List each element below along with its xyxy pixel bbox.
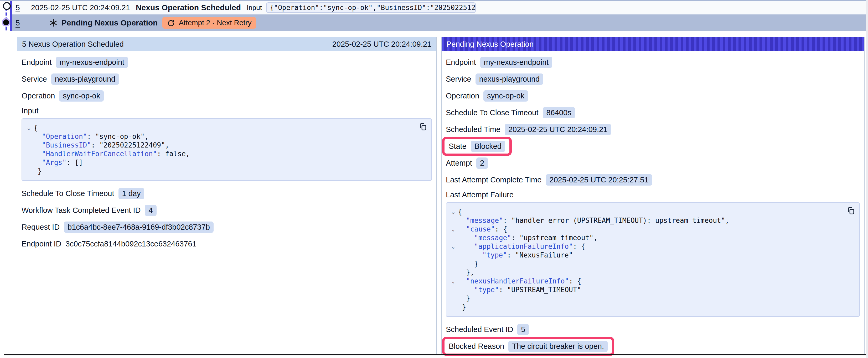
field-label: Schedule To Close Timeout — [22, 189, 114, 198]
failure-section-label: Last Attempt Failure — [446, 189, 860, 201]
field-label: Service — [22, 75, 47, 84]
collapse-chevron-icon[interactable]: ⌄ — [448, 225, 458, 234]
field-value-badge: 1 day — [119, 188, 145, 199]
detail-field-row: Endpointmy-nexus-endpoint — [446, 54, 860, 71]
code-line: ⌄"applicationFailureInfo": { — [448, 242, 855, 251]
detail-field-row: Request IDb1c6a4bc-8ee7-468a-9169-df3b02… — [22, 219, 432, 235]
event-name: Nexus Operation Scheduled — [136, 3, 241, 12]
field-value-badge: 2025-02-25 UTC 20:24:09.21 — [505, 124, 611, 135]
field-label: Endpoint — [446, 58, 476, 67]
event-row-pending[interactable]: 5 Pending Nexus Operation Attempt 2 · Ne… — [12, 14, 866, 31]
field-label: Scheduled Event ID — [446, 325, 513, 334]
field-label: Endpoint ID — [22, 240, 61, 248]
code-line: "type": "NexusFailure" — [448, 251, 855, 260]
code-text: "applicationFailureInfo": { — [458, 242, 585, 251]
input-label: Input — [247, 4, 262, 12]
code-text: } — [458, 260, 478, 268]
code-text: } — [458, 294, 470, 303]
field-label: Blocked Reason — [449, 342, 504, 351]
code-line: } — [448, 260, 855, 268]
highlight-annotation-box: StateBlocked — [442, 137, 512, 156]
detail-field-row: Servicenexus-playground — [22, 71, 432, 88]
code-gutter — [448, 268, 458, 277]
event-name: Pending Nexus Operation — [61, 19, 158, 27]
code-gutter — [448, 286, 458, 294]
collapse-chevron-icon[interactable]: ⌄ — [448, 277, 458, 286]
detail-field-row: Workflow Task Completed Event ID4 — [22, 202, 432, 219]
field-value-badge: my-nexus-endpoint — [480, 57, 553, 68]
workflow-history-screen: 5 2025-02-25 UTC 20:24:09.21 Nexus Opera… — [0, 0, 868, 358]
code-text: "nexusHandlerFailureInfo": { — [458, 277, 581, 286]
event-timestamp: 2025-02-25 UTC 20:24:09.21 — [31, 3, 130, 12]
detail-field-row: Scheduled Time2025-02-25 UTC 20:24:09.21 — [446, 121, 860, 138]
panel-body: Endpointmy-nexus-endpointServicenexus-pl… — [442, 51, 864, 355]
code-text: "BusinessID": "20250225122409", — [34, 141, 169, 150]
detail-field-row: Last Attempt Complete Time2025-02-25 UTC… — [446, 171, 860, 188]
code-line: } — [448, 303, 855, 312]
code-line: } — [448, 294, 855, 303]
detail-field-row: Operationsync-op-ok — [446, 88, 860, 104]
field-value-badge: b1c6a4bc-8ee7-468a-9169-df3b02c8737b — [64, 222, 214, 233]
code-gutter — [448, 234, 458, 242]
detail-field-row: Operationsync-op-ok — [22, 88, 432, 104]
panel-title: 5 Nexus Operation Scheduled — [22, 40, 124, 48]
detail-field-row: Schedule To Close Timeout86400s — [446, 104, 860, 121]
input-preview-badge[interactable]: {"Operation":"sync-op-ok","BusinessID":"… — [266, 2, 476, 13]
copy-icon[interactable] — [419, 123, 427, 131]
code-gutter — [448, 251, 458, 260]
timeline-open-dot-icon — [3, 2, 11, 10]
panel-body: Endpointmy-nexus-endpointServicenexus-pl… — [17, 51, 436, 252]
code-text: "type": "NexusFailure" — [458, 251, 573, 260]
event-id-link[interactable]: 5 — [16, 3, 20, 12]
panel-header-pending: Pending Nexus Operation — [442, 37, 864, 51]
detail-field-row: Endpoint ID3c0c75ccfa8144b092c13ce632463… — [22, 235, 432, 252]
timeline-current-dot-icon — [3, 20, 9, 25]
code-line: "Operation": "sync-op-ok", — [24, 132, 427, 141]
collapse-chevron-icon[interactable]: ⌄ — [24, 124, 34, 132]
code-gutter — [24, 150, 34, 158]
code-line: "type": "UPSTREAM_TIMEOUT" — [448, 286, 855, 294]
field-label: Operation — [22, 92, 55, 100]
copy-icon[interactable] — [847, 206, 855, 215]
field-value-badge: 5 — [517, 324, 529, 335]
field-label: State — [449, 142, 467, 151]
field-value-badge: my-nexus-endpoint — [56, 57, 128, 68]
code-text: "cause": { — [458, 225, 507, 234]
event-row-scheduled[interactable]: 5 2025-02-25 UTC 20:24:09.21 Nexus Opera… — [12, 1, 866, 14]
code-line: }, — [448, 268, 855, 277]
field-label: Scheduled Time — [446, 125, 500, 134]
field-value-badge: nexus-playground — [51, 73, 119, 85]
code-gutter — [24, 132, 34, 141]
nexus-asterisk-icon — [49, 19, 58, 27]
code-line: "message": "handler error (UPSTREAM_TIME… — [448, 216, 855, 225]
code-line: "BusinessID": "20250225122409", — [24, 141, 427, 150]
code-text: } — [34, 167, 42, 175]
collapse-chevron-icon[interactable]: ⌄ — [448, 207, 458, 216]
field-value-badge: Blocked — [471, 141, 505, 152]
code-text: "type": "UPSTREAM_TIMEOUT" — [458, 286, 581, 294]
scrollbar-track[interactable] — [866, 0, 868, 358]
panel-title: Pending Nexus Operation — [446, 40, 533, 48]
code-gutter — [448, 260, 458, 268]
code-line: ⌄{ — [24, 124, 427, 132]
input-section-label: Input — [22, 105, 432, 117]
field-value-badge: 4 — [145, 205, 156, 216]
collapse-chevron-icon[interactable]: ⌄ — [448, 242, 458, 251]
input-json-block: ⌄{"Operation": "sync-op-ok","BusinessID"… — [22, 118, 432, 181]
field-value-link[interactable]: 3c0c75ccfa8144b092c13ce632463761 — [66, 240, 196, 248]
code-gutter — [448, 216, 458, 225]
bottom-divider — [4, 354, 868, 355]
code-line: "Args": [] — [24, 158, 427, 167]
field-label: Last Attempt Complete Time — [446, 175, 541, 184]
field-label: Attempt — [446, 159, 472, 167]
code-gutter — [448, 294, 458, 303]
detail-field-row: Schedule To Close Timeout1 day — [22, 185, 432, 202]
detail-field-row: StateBlocked — [446, 138, 860, 155]
event-id-link[interactable]: 5 — [16, 19, 20, 27]
field-value-badge: sync-op-ok — [484, 90, 528, 102]
code-gutter — [24, 167, 34, 175]
detail-field-row: Blocked ReasonThe circuit breaker is ope… — [446, 338, 860, 355]
retry-badge-label: Attempt 2 · Next Retry — [179, 19, 251, 27]
field-label: Workflow Task Completed Event ID — [22, 206, 141, 215]
code-line: "HandlerWaitForCancellation": false, — [24, 150, 427, 158]
